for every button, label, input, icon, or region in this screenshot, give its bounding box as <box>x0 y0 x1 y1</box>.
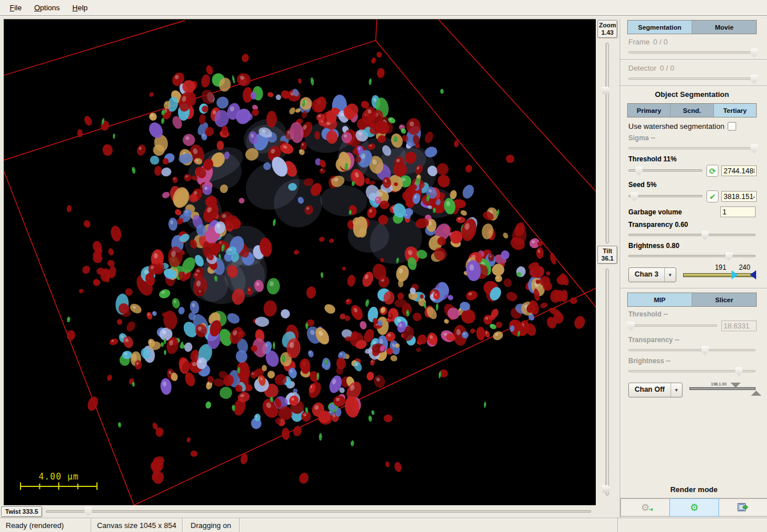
menu-file[interactable]: File <box>5 1 27 14</box>
zoom-slider-handle[interactable] <box>602 87 612 94</box>
zoom-slider-track[interactable] <box>605 43 609 243</box>
mip-threshold-value-field <box>721 320 757 331</box>
threshold-slider-track[interactable] <box>628 169 703 172</box>
brightness-slider-track[interactable] <box>628 255 756 257</box>
status-dragging: Dragging on <box>183 518 240 532</box>
object-segmentation-title: Object Segmentation <box>627 90 757 99</box>
tab-movie[interactable]: Movie <box>692 21 756 34</box>
status-canvas-size: Canvas size 1045 x 854 <box>91 518 183 532</box>
scene-svg: 4.00 μm <box>4 19 596 505</box>
twist-indicator[interactable]: Twist 333.5 <box>1 506 42 517</box>
twist-slider-handle[interactable] <box>84 507 92 516</box>
garbage-volume-field[interactable] <box>720 206 756 217</box>
brightness-label: Brightness 0.80 <box>628 242 679 250</box>
detector-label: Detector <box>628 64 656 72</box>
arrow-green-icon: ➜ <box>649 506 653 513</box>
seed-value-field[interactable] <box>721 191 757 202</box>
mip-transparency-slider-track <box>628 349 756 351</box>
menu-options[interactable]: Options <box>29 1 65 14</box>
mip-threshold-label: Threshold -- <box>628 310 668 318</box>
tilt-indicator[interactable]: Tilt 36.1 <box>598 246 617 264</box>
mip-channel-dropdown-value: Chan Off <box>629 383 671 397</box>
threshold-value-field[interactable] <box>721 165 757 176</box>
gear-green-icon: ⚙ <box>690 503 699 513</box>
tab-secondary[interactable]: Scnd. <box>671 104 713 117</box>
seed-slider-track[interactable] <box>628 195 703 197</box>
application-window: File Options Help 4.00 μm Zoom 1.43 Tilt… <box>0 0 767 532</box>
mip-channel-range-control[interactable]: 198,1.00 <box>689 378 756 397</box>
tilt-slider-handle[interactable] <box>602 485 612 493</box>
segmented-objects <box>66 51 587 485</box>
twist-slider-track[interactable] <box>46 510 591 513</box>
detector-value: 0 / 0 <box>660 64 674 72</box>
tab-slicer[interactable]: Slicer <box>692 293 756 306</box>
transparency-label: Transparency 0.60 <box>628 221 688 229</box>
watershed-label: Use watershed segmentation <box>628 122 724 131</box>
channel-dropdown[interactable]: Chan 3 ▼ <box>628 267 676 282</box>
mip-brightness-slider-track <box>628 370 756 372</box>
mip-brightness-slider-handle <box>735 367 742 376</box>
mip-threshold-slider-track <box>628 324 717 327</box>
mip-channel-range-bar <box>689 387 756 390</box>
mip-threshold-slider-handle <box>627 322 635 331</box>
range-low-marker[interactable] <box>732 270 738 279</box>
watershed-checkbox[interactable] <box>728 122 736 131</box>
tab-tertiary[interactable]: Tertiary <box>714 104 756 117</box>
tab-primary[interactable]: Primary <box>628 104 671 117</box>
chevron-down-icon: ▼ <box>671 383 682 397</box>
menu-help[interactable]: Help <box>67 1 93 14</box>
render-mode-title: Render mode <box>620 485 767 494</box>
frame-slider-track <box>628 51 756 54</box>
refresh-icon: ⟳ <box>709 166 716 176</box>
range-high-marker[interactable] <box>750 270 756 279</box>
chevron-down-icon: ▼ <box>664 268 676 282</box>
twist-control-row: Twist 333.5 <box>0 505 596 518</box>
mip-transparency-label: Transparency -- <box>628 336 679 344</box>
brightness-slider-handle[interactable] <box>725 252 733 261</box>
threshold-slider-handle[interactable] <box>635 166 643 176</box>
render-mode-section: Render mode ⚙ ➜ ⚙ <box>620 485 767 517</box>
segmentation-level-tab-bar: Primary Scnd. Tertiary <box>627 103 757 117</box>
threshold-label: Threshold 11% <box>628 155 677 163</box>
seed-label: Seed 5% <box>628 181 656 189</box>
sigma-slider-track <box>628 147 756 149</box>
transparency-slider-track[interactable] <box>628 234 756 236</box>
mip-brightness-label: Brightness -- <box>628 357 671 365</box>
mode-tab-bar: Segmentation Movie <box>627 20 757 34</box>
tab-segmentation[interactable]: Segmentation <box>628 21 692 34</box>
tab-mip[interactable]: MIP <box>628 293 692 306</box>
mip-channel-dropdown[interactable]: Chan Off ▼ <box>628 383 683 397</box>
zoom-indicator[interactable]: Zoom 1.43 <box>598 20 617 38</box>
mip-range-label: 198,1.00 <box>711 382 726 386</box>
scale-bar: 4.00 μm <box>21 472 97 490</box>
seed-slider-handle[interactable] <box>631 192 638 201</box>
mip-range-low-marker[interactable] <box>730 383 741 388</box>
status-bar: Ready (rendered) Canvas size 1045 x 854 … <box>0 518 767 532</box>
garbage-volume-label: Garbage volume <box>628 208 682 216</box>
render-mode-draft-button[interactable]: ⚙ ➜ <box>620 498 670 517</box>
projection-tab-bar: MIP Slicer <box>627 293 757 307</box>
render-mode-movie-export-button[interactable] <box>718 498 767 517</box>
render-mode-full-button[interactable]: ⚙ <box>669 498 719 517</box>
transparency-slider-handle[interactable] <box>701 231 709 240</box>
range-high-label: 240 <box>739 263 750 271</box>
mip-range-high-marker[interactable] <box>751 391 761 396</box>
threshold-refresh-button[interactable]: ⟳ <box>707 165 718 177</box>
menu-bar: File Options Help <box>0 0 767 16</box>
channel-range-bar <box>683 273 756 277</box>
detector-slider-track <box>628 78 756 80</box>
sigma-label: Sigma -- <box>628 134 655 142</box>
status-ready: Ready (rendered) <box>0 518 91 532</box>
channel-dropdown-value: Chan 3 <box>629 268 664 282</box>
channel-range-control[interactable]: 191 240 <box>683 263 756 282</box>
render-canvas[interactable]: 4.00 μm <box>3 19 596 505</box>
seed-apply-button[interactable]: ✔ <box>707 190 718 202</box>
range-low-label: 191 <box>715 263 726 271</box>
frame-value: 0 / 0 <box>653 38 668 46</box>
tilt-slider-track[interactable] <box>605 269 609 496</box>
status-spacer <box>240 518 618 532</box>
view-control-strip: Zoom 1.43 Tilt 36.1 <box>596 19 620 505</box>
mip-transparency-slider-handle <box>701 346 709 355</box>
sigma-slider-handle <box>750 144 758 153</box>
frame-label: Frame <box>628 38 650 46</box>
